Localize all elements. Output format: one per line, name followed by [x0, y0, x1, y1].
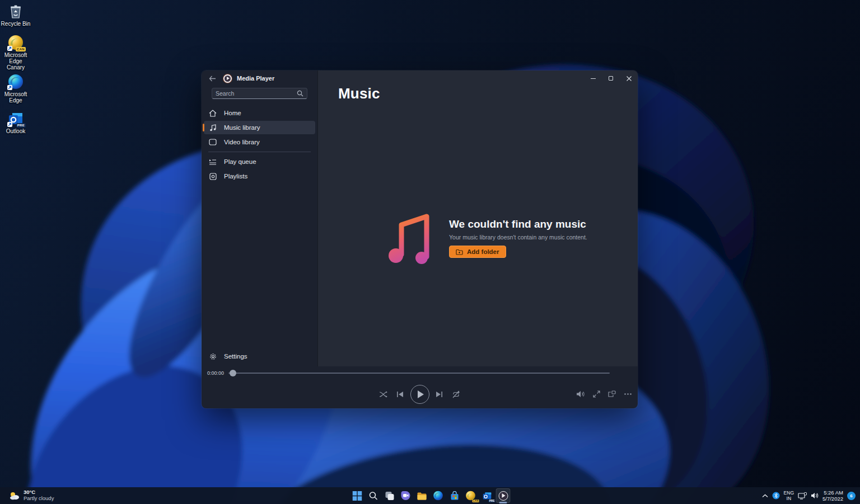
- desktop-icon-outlook[interactable]: PRE Outlook: [0, 111, 31, 134]
- empty-state: We couldn't find any music Your music li…: [387, 210, 587, 264]
- search-icon: [369, 491, 378, 500]
- sidebar-item-label: Video library: [224, 139, 260, 145]
- next-icon: [436, 391, 443, 398]
- video-icon: [208, 139, 217, 145]
- notification-badge[interactable]: 6: [847, 492, 856, 500]
- volume-button[interactable]: [811, 492, 819, 499]
- start-button[interactable]: [350, 488, 364, 503]
- maximize-icon: [609, 76, 613, 81]
- edge-canary-button[interactable]: CAN: [464, 488, 478, 503]
- sidebar-item-home[interactable]: Home: [204, 106, 315, 120]
- add-folder-button[interactable]: Add folder: [449, 246, 506, 258]
- sidebar-item-video-library[interactable]: Video library: [204, 135, 315, 149]
- search-input[interactable]: [216, 90, 297, 97]
- sidebar-item-label: Home: [224, 110, 241, 116]
- minimize-button[interactable]: [584, 70, 602, 86]
- music-note-icon: [208, 124, 217, 131]
- sidebar-item-music-library[interactable]: Music library: [204, 121, 315, 134]
- chat-icon: [401, 491, 411, 501]
- edge-button[interactable]: [431, 488, 446, 503]
- media-player-logo-icon: [223, 74, 232, 83]
- network-icon: [798, 492, 807, 500]
- volume-icon: [576, 390, 585, 398]
- store-button[interactable]: [447, 488, 462, 503]
- transport-controls: [377, 385, 463, 404]
- close-icon: [627, 76, 632, 81]
- play-icon: [418, 390, 424, 398]
- edge-icon: [433, 491, 443, 501]
- close-button[interactable]: [620, 70, 638, 86]
- bluetooth-button[interactable]: [772, 492, 780, 500]
- fullscreen-button[interactable]: [590, 385, 603, 403]
- chevron-up-icon: [762, 494, 768, 498]
- mini-player-icon: [608, 390, 616, 397]
- next-button[interactable]: [433, 385, 446, 403]
- content-area: Music We couldn't find any music Your mu…: [317, 70, 638, 366]
- selection-accent-bar: [203, 124, 204, 131]
- search-box[interactable]: [212, 88, 307, 99]
- seek-handle[interactable]: [230, 370, 236, 376]
- player-bar: 0:00:00: [202, 366, 638, 408]
- previous-button[interactable]: [394, 385, 407, 403]
- weather-widget[interactable]: 30°C Partly cloudy: [6, 487, 57, 504]
- media-player-button[interactable]: [496, 488, 511, 503]
- sidebar-item-play-queue[interactable]: Play queue: [204, 155, 315, 168]
- seek-bar[interactable]: [228, 373, 610, 374]
- back-button[interactable]: [206, 72, 218, 84]
- volume-button[interactable]: [574, 385, 587, 403]
- desktop-icon-label: Microsoft Edge: [0, 91, 31, 103]
- maximize-button[interactable]: [602, 70, 620, 86]
- outlook-button[interactable]: PRE: [480, 488, 494, 503]
- language-top: ENG: [784, 490, 794, 496]
- desktop-icon-edge[interactable]: Microsoft Edge: [0, 74, 31, 103]
- fullscreen-icon: [593, 390, 600, 398]
- date-label: 5/7/2022: [822, 496, 843, 502]
- network-button[interactable]: [798, 492, 807, 500]
- desktop-icon-label: Recycle Bin: [1, 21, 31, 27]
- page-title: Music: [338, 85, 380, 102]
- taskbar: 30°C Partly cloudy: [0, 487, 860, 504]
- folder-add-icon: [456, 249, 463, 255]
- system-tray: ENG IN 5:26 AM 5/7/2022 6: [762, 487, 858, 504]
- playlist-icon: [208, 173, 217, 180]
- desktop-icon-label: Outlook: [6, 128, 25, 134]
- search-button[interactable]: [366, 488, 381, 503]
- queue-icon: [208, 158, 217, 165]
- sidebar-item-label: Play queue: [224, 158, 256, 165]
- desktop-icon-edge-canary[interactable]: CAN Microsoft Edge Canary: [0, 35, 31, 70]
- file-explorer-button[interactable]: [415, 488, 429, 503]
- more-icon: [624, 393, 632, 395]
- media-player-icon: [498, 491, 508, 501]
- window-title: Media Player: [237, 75, 274, 82]
- sidebar-item-settings[interactable]: Settings: [204, 350, 315, 363]
- outlook-icon: PRE: [8, 111, 24, 126]
- chat-button[interactable]: [399, 488, 413, 503]
- repeat-off-button[interactable]: [450, 385, 463, 403]
- desktop: Recycle Bin CAN Microsoft Edge Canary Mi…: [0, 0, 860, 504]
- sidebar-item-playlists[interactable]: Playlists: [204, 169, 315, 183]
- shuffle-button[interactable]: [377, 385, 390, 403]
- file-explorer-icon: [417, 492, 427, 500]
- task-view-button[interactable]: [382, 488, 397, 503]
- outlook-badge: PRE: [16, 123, 26, 128]
- shortcut-arrow-icon: [7, 85, 12, 90]
- sidebar-separator: [208, 152, 311, 152]
- language-indicator[interactable]: ENG IN: [784, 490, 794, 501]
- mini-player-button[interactable]: [605, 385, 619, 403]
- store-icon: [450, 491, 459, 501]
- outlook-icon: [482, 491, 492, 501]
- clock[interactable]: 5:26 AM 5/7/2022: [822, 489, 843, 502]
- outlook-badge: PRE: [489, 500, 496, 502]
- play-button[interactable]: [410, 385, 429, 404]
- add-folder-label: Add folder: [467, 248, 499, 255]
- shuffle-icon: [379, 391, 388, 398]
- canary-badge: CAN: [16, 47, 26, 51]
- active-app-indicator: [499, 502, 507, 503]
- search-icon: [297, 90, 303, 97]
- sidebar-item-label: Playlists: [224, 173, 247, 180]
- more-button[interactable]: [621, 385, 634, 403]
- chevron-up-button[interactable]: [762, 494, 768, 498]
- sidebar-item-label: Music library: [224, 124, 260, 131]
- desktop-icon-recycle-bin[interactable]: Recycle Bin: [0, 3, 31, 27]
- shortcut-arrow-icon: [7, 46, 12, 51]
